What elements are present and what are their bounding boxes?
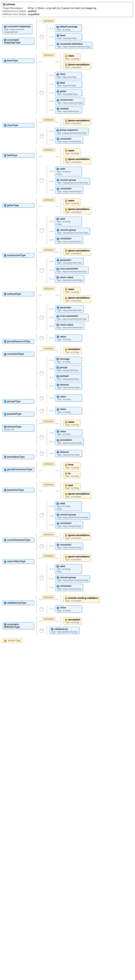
attr-include-existing-validators: include-existing-validatorsType xs:boole… [63,596,100,603]
sequence-icon [40,91,44,95]
attribute-icon [65,55,68,57]
element-icon [56,268,59,270]
element-convert-group: convert-groupType map:groupConversionTyp… [55,178,90,185]
complextype-icon [4,560,6,563]
simpletype-icon [4,640,6,642]
schema-table: Target Namespacehttp://jboss.org/xml/ns/… [3,6,98,16]
attribute-icon [65,288,68,291]
section-groupConversionType: groupConversionTypeattributesfromType xs… [2,462,133,480]
element-constraint: constraintType map:constraintType [55,236,83,243]
occurrence: 0..∞ [50,35,54,38]
element-groups: groupsType map:groupsType [55,365,82,372]
element-icon [57,544,59,546]
occurrence: 0..∞ [50,83,54,85]
occurrence: 0..∞ [50,452,54,455]
attributes-group: attributes [42,148,55,152]
element-icon [56,129,59,132]
element-icon [56,503,59,505]
element-method: methodType map:methodType [55,107,82,113]
section-constraint-definitionType: constraint-definitionTypeattributesannot… [2,617,133,636]
attr-form: unqualified [28,13,98,16]
element-convert-group: convert-groupType map:groupConversionTyp… [55,575,90,582]
section-root: constraint-mappingsType map:constraint-m… [2,19,133,51]
element-icon [57,408,59,411]
attribute-icon [65,464,68,466]
element-bean: beanType map:beanType [55,33,82,40]
section-classType: classTypeattributesignore-annotationsTyp… [2,118,133,146]
attribute-icon [65,484,68,487]
occurrence: 0..∞ [50,100,54,102]
element-icon [56,73,59,76]
complextype-icon [4,469,6,471]
complextype-icon [4,39,6,41]
element-icon [57,307,59,309]
section-constructorType: constructorTypeattributesignore-annotati… [2,248,133,284]
element-icon [57,34,59,37]
complextype-icon [4,204,6,207]
element-icon [56,315,59,318]
occurrence: 0..1 [50,316,53,318]
section-elementType: elementTypeMixed trueattributesnameType … [2,419,133,447]
element-cross-parameter: cross-parameterType map:crossParameterTy… [55,266,88,274]
occurrence: 0..1 [50,368,53,370]
sequence-icon [40,409,44,413]
element-valid: validType xs:stringFixed [55,564,82,574]
element-getter: getterType map:getterType [55,89,82,96]
attribute-icon [65,158,68,161]
attributes-group: attributes [42,595,55,600]
attr-type: typeType xs:string [63,483,80,490]
target-ns: http://jboss.org/xml/ns/javax/validation… [28,6,98,10]
section-crossParameterType: crossParameterTypeattributesignore-annot… [2,533,133,552]
complextype-icon [4,124,6,127]
attribute-icon [65,150,68,152]
complextype-icon [4,489,6,491]
type-classType: classType [2,123,34,127]
occurrence: 0..∞ [50,180,54,183]
el-form-label: Element Form Default [3,10,28,13]
type-fieldType: fieldType [2,153,34,158]
attributes-group: attributes [42,248,55,252]
schema-label: schema [6,3,15,6]
type-methodType: methodType [2,292,34,296]
sequence-icon [40,336,44,340]
element-icon [56,565,59,568]
sequence-icon [40,628,44,633]
section-fieldType: fieldTypeattributesnameType xs:stringign… [2,148,133,196]
element-constructor: constructorType map:constructorType [55,98,84,105]
attribute-icon [65,473,68,475]
element-constraint: constraintType map:constraintType [55,584,83,591]
section-constraintType: constraintTypeattributesannotationType x… [2,347,133,391]
attr-name: nameType xs:string [63,420,80,427]
sequence-icon [40,576,44,580]
type-elementType: elementTypeMixed true [2,425,34,431]
element-validated-by: validated-byType map:validated-byType [49,627,79,634]
sequence-icon [40,134,44,138]
sequence-icon [40,35,44,39]
attr-ignore-annotations: ignore-annotationsType xs:boolean [63,533,92,540]
element-icon [57,82,59,84]
type-validated-byType: validated-byType [2,601,34,605]
attr-class: classType xs:string [63,54,80,60]
element-icon [57,451,59,453]
element-icon [57,108,59,110]
attr-name: nameType xs:string [63,287,80,294]
occurrence: 0..1 [50,325,53,327]
element-constraint: constraintType map:constraintType [55,137,83,144]
attr-annotation: annotationType xs:string [63,347,82,354]
occurrence: 0..∞ [50,189,54,191]
type-groupConversionType: groupConversionType [2,467,34,472]
type-crossParameterType: crossParameterType [2,538,34,542]
diagram-root: constraint-mappingsType map:constraint-m… [2,19,133,643]
complextype-icon [4,340,6,343]
element-icon [57,90,59,93]
element-payload: payloadType map:payloadType [55,374,82,381]
sequence-icon [40,228,44,232]
element-constraint-mappings: constraint-mappingsType map:constraint-m… [2,24,32,34]
attributes-group: attributes [42,53,55,57]
occurrence: 0..∞ [50,239,54,241]
sequence-icon [40,315,44,320]
type-payloadType: payloadType [2,412,34,416]
element-icon [56,276,59,279]
complextype-icon [4,602,6,604]
element-element: elementType map:elementType [55,382,82,390]
